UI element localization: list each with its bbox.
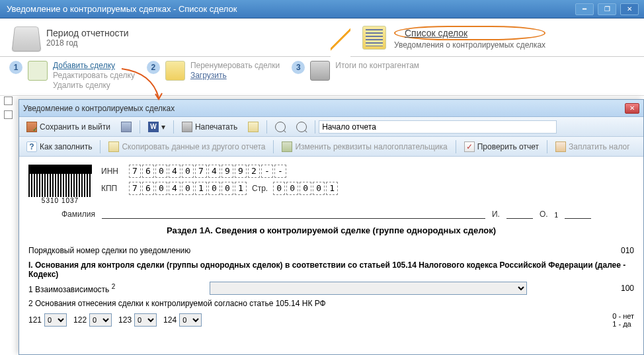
edit-deal-link[interactable]: Редактировать сделку bbox=[53, 71, 135, 80]
check-icon: ✓ bbox=[464, 141, 475, 152]
row-checkbox-strip bbox=[4, 97, 15, 124]
code-121-label: 121 bbox=[28, 315, 42, 325]
list-subtitle: Уведомления о контролируемых сделках bbox=[394, 40, 545, 50]
barcode-label: 5310 1037 bbox=[28, 197, 92, 204]
check-report-button[interactable]: ✓Проверить отчет bbox=[460, 139, 543, 155]
banner-period: Период отчетности 2018 год bbox=[0, 19, 331, 56]
period-value: 2018 год bbox=[46, 38, 129, 48]
inner-window-titlebar: Уведомление о контролируемых сделках ✕ bbox=[19, 100, 643, 117]
delete-deal-link[interactable]: Удалить сделку bbox=[53, 81, 135, 90]
banner-chevron bbox=[331, 19, 350, 57]
page-setup-button[interactable] bbox=[243, 119, 263, 135]
interdep-value: 100 bbox=[621, 284, 634, 293]
code-122-select[interactable]: 0 bbox=[89, 313, 112, 327]
codes-legend: 0 - нет 1 - да bbox=[612, 312, 634, 328]
edit-requisites-button[interactable]: Изменить реквизиты налогоплательщика bbox=[277, 139, 452, 155]
page-label: Стр. bbox=[252, 184, 268, 193]
load-link[interactable]: Загрузить bbox=[190, 71, 280, 80]
footnote-1: 1 bbox=[555, 212, 559, 219]
page-icon bbox=[248, 122, 259, 132]
inner-close-button[interactable]: ✕ bbox=[625, 103, 639, 114]
totals-link[interactable]: Итоги по контрагентам bbox=[335, 61, 419, 70]
kpp-boxes[interactable]: 760401001 bbox=[129, 182, 247, 195]
help-button[interactable]: ?Как заполнить bbox=[22, 139, 97, 155]
printer-icon bbox=[310, 61, 330, 81]
section-title: Раздел 1А. Сведения о контролируемой сде… bbox=[28, 225, 634, 235]
copy-icon bbox=[108, 141, 119, 152]
row-checkbox[interactable] bbox=[4, 97, 13, 105]
zoom-in-button[interactable] bbox=[270, 119, 290, 135]
toolbar-separator bbox=[456, 140, 456, 153]
list-title[interactable]: Список сделок bbox=[394, 26, 545, 40]
code-124-select[interactable]: 0 bbox=[179, 313, 202, 327]
calendar-icon bbox=[11, 26, 41, 52]
interdep-label: 1 Взаимозависимость bbox=[28, 285, 109, 294]
copy-data-button[interactable]: Скопировать данные из другого отчета bbox=[104, 139, 270, 155]
footnote-2: 2 bbox=[112, 283, 116, 290]
order-label: Порядковый номер сделки по уведомлению bbox=[28, 246, 190, 255]
question-icon: ? bbox=[26, 141, 37, 152]
disk-icon bbox=[121, 122, 132, 132]
period-title: Период отчетности bbox=[46, 28, 129, 38]
code-121-select[interactable]: 0 bbox=[44, 313, 67, 327]
name-row: Фамилия И. О. 1 bbox=[28, 207, 634, 219]
pay-icon bbox=[555, 141, 566, 152]
code-122-label: 122 bbox=[73, 315, 87, 325]
page-boxes: 00001 bbox=[273, 182, 338, 195]
kpp-label: КПП bbox=[101, 184, 124, 193]
banner: Период отчетности 2018 год Список сделок… bbox=[0, 19, 644, 57]
code-123-select[interactable]: 0 bbox=[134, 313, 157, 327]
section-nav-input[interactable] bbox=[319, 120, 557, 134]
dropdown-arrow-icon: ▾ bbox=[161, 122, 165, 132]
tab-2: 2 Перенумеровать сделки Загрузить bbox=[147, 61, 280, 81]
report-form: 5310 1037 ИНН 7604074992-- КПП 760401001… bbox=[19, 157, 643, 354]
surname-label: Фамилия bbox=[61, 210, 95, 219]
basis-heading: I. Основания для контроля сделки (группы… bbox=[28, 260, 634, 279]
save-icon bbox=[26, 122, 37, 132]
inner-window-title: Уведомление о контролируемых сделках bbox=[23, 104, 175, 113]
zoom-out-button[interactable] bbox=[292, 119, 311, 135]
initial-o-input[interactable] bbox=[565, 207, 591, 219]
edit-icon bbox=[282, 141, 292, 152]
interdep-select[interactable] bbox=[210, 282, 527, 295]
renumber-link[interactable]: Перенумеровать сделки bbox=[190, 61, 280, 70]
print-icon bbox=[182, 122, 192, 132]
toolbar-separator bbox=[547, 140, 547, 153]
toolbar-separator bbox=[266, 120, 267, 134]
row-checkbox[interactable] bbox=[4, 110, 13, 119]
add-deal-link[interactable]: Добавить сделку bbox=[53, 61, 135, 70]
save-exit-button[interactable]: Сохранить и выйти bbox=[22, 119, 115, 135]
pay-tax-button[interactable]: Заплатить налог bbox=[551, 139, 635, 155]
initial-i-label: И. bbox=[492, 210, 500, 219]
print-button[interactable]: Напечатать bbox=[177, 119, 242, 135]
toolbar-separator bbox=[173, 120, 174, 134]
minimize-button[interactable]: ━ bbox=[575, 3, 594, 15]
renumber-icon bbox=[165, 61, 185, 81]
step-badge-1: 1 bbox=[9, 61, 22, 74]
inn-label: ИНН bbox=[101, 167, 124, 176]
close-button[interactable]: ✕ bbox=[620, 3, 639, 15]
maximize-button[interactable]: ❐ bbox=[598, 3, 616, 15]
initial-o-label: О. bbox=[540, 210, 548, 219]
banner-list: Список сделок Уведомления о контролируем… bbox=[350, 19, 557, 56]
tab-1: 1 Добавить сделку Редактировать сделку У… bbox=[9, 61, 135, 90]
step-badge-3: 3 bbox=[292, 61, 305, 74]
tab-3: 3 Итоги по контрагентам bbox=[292, 61, 419, 81]
outer-window-title: Уведомление о контролируемых сделках - С… bbox=[7, 4, 237, 14]
word-icon: W bbox=[148, 122, 159, 132]
word-button[interactable]: W▾ bbox=[143, 119, 170, 135]
surname-input[interactable] bbox=[102, 207, 485, 219]
order-value: 010 bbox=[621, 246, 634, 255]
toolbar-separator bbox=[273, 140, 274, 153]
action-bar: 1 Добавить сделку Редактировать сделку У… bbox=[0, 57, 644, 96]
inn-boxes[interactable]: 7604074992-- bbox=[129, 165, 286, 178]
step-badge-2: 2 bbox=[147, 61, 160, 74]
toolbar-separator bbox=[100, 140, 101, 153]
save-button[interactable] bbox=[116, 119, 136, 135]
grounds-label: 2 Основания отнесения сделки к контролир… bbox=[28, 299, 634, 308]
toolbar-separator bbox=[315, 120, 315, 134]
code-124-label: 124 bbox=[163, 315, 177, 325]
initial-i-input[interactable] bbox=[506, 207, 533, 219]
toolbar-primary: Сохранить и выйти W▾ Напечатать bbox=[19, 117, 643, 137]
zoom-out-icon bbox=[296, 122, 307, 132]
